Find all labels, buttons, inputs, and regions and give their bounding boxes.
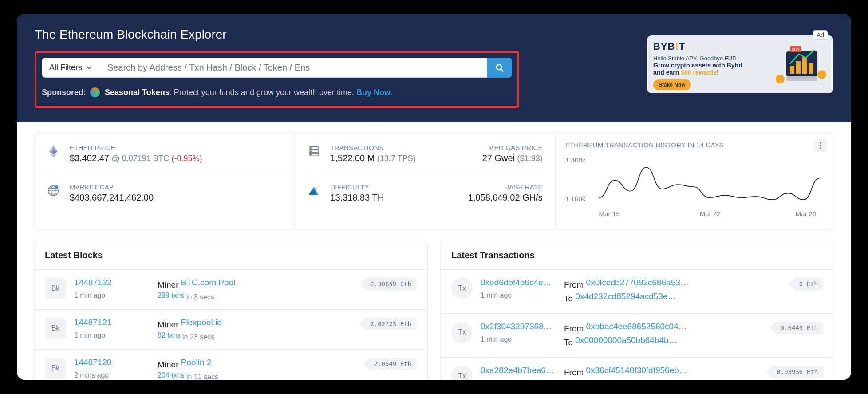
tx-icon: Tx <box>451 366 473 380</box>
ad-cta-button[interactable]: Stake Now <box>653 79 691 90</box>
svg-point-35 <box>820 147 821 149</box>
tx-from: From 0x0fccdb277092c686a53… <box>564 278 780 290</box>
chevron-down-icon <box>87 65 92 71</box>
txns-link[interactable]: 82 txns <box>158 331 181 339</box>
block-number-link[interactable]: 14487122 <box>74 278 112 288</box>
svg-text:1 300k: 1 300k <box>565 156 586 164</box>
tx-hash-link[interactable]: 0xed6dbf4b6c4e… <box>481 278 552 288</box>
block-txns: 82 txns in 23 secs <box>158 331 351 341</box>
tx-value: 0 Eth <box>794 278 823 290</box>
stat-value: $403,667,241,462.00 <box>70 193 282 203</box>
svg-point-34 <box>820 145 821 146</box>
svg-text:Mar 29: Mar 29 <box>795 210 816 217</box>
stat-chart-col: ETHEREUM TRANSACTION HISTORY IN 14 DAYS … <box>556 133 834 229</box>
filter-dropdown[interactable]: All Filters <box>42 58 99 78</box>
stat-value: 1,522.00 M (13.7 TPS) <box>330 153 482 163</box>
tx-age: 1 min ago <box>481 292 556 299</box>
tx-age: 1 min ago <box>481 379 556 380</box>
tx-icon: Tx <box>451 322 473 343</box>
tx-hash-link[interactable]: 0xa282e4b7bea6… <box>481 366 554 375</box>
search-icon <box>495 63 504 72</box>
stat-value: $3,402.47 @ 0.07191 BTC (-0.95%) <box>70 153 282 163</box>
block-reward: 2.02723 Eth <box>365 318 417 330</box>
gauge-icon <box>307 184 322 203</box>
block-reward: 2.30059 Eth <box>365 278 417 290</box>
svg-point-28 <box>311 151 312 152</box>
tx-from: From 0x36cf45140f30fdf956eb… <box>564 366 757 378</box>
ad-illustration: BUY <box>774 41 827 88</box>
svg-text:Mar 22: Mar 22 <box>699 210 720 217</box>
latest-blocks-panel: Latest Blocks Bk144871221 min agoMiner B… <box>34 241 428 380</box>
block-txns: 298 txns in 3 secs <box>158 292 351 301</box>
block-number-link[interactable]: 14487121 <box>74 318 112 327</box>
stat-value: 13,318.83 TH <box>330 193 468 203</box>
search-input[interactable] <box>99 58 487 78</box>
panels: Latest Blocks Bk144871221 min agoMiner B… <box>34 241 834 380</box>
tx-hash-link[interactable]: 0x2f3043297368… <box>481 322 552 331</box>
svg-text:BUY: BUY <box>792 47 800 51</box>
miner-link[interactable]: BTC.com Pool <box>181 278 235 288</box>
hero: The Ethereum Blockchain Explorer All Fil… <box>17 14 851 122</box>
miner-link[interactable]: Poolin 2 <box>181 358 212 367</box>
to-link[interactable]: 0x4d232cd85294acd53e… <box>575 292 676 301</box>
tx-row: Tx0x2f3043297368…1 min agoFrom 0xbbac4ee… <box>441 314 834 358</box>
chart-menu-button[interactable] <box>814 139 827 152</box>
ad-line2b: and earn $80 rewards! <box>653 69 774 76</box>
panel-title: Latest Transactions <box>441 241 834 270</box>
to-link[interactable]: 0xb43ed64690b6d4c4d0… <box>575 379 676 380</box>
stats-card: ETHER PRICE $3,402.47 @ 0.07191 BTC (-0.… <box>34 133 834 229</box>
tx-age: 1 min ago <box>481 335 556 343</box>
block-miner: Miner BTC.com Pool <box>158 278 351 290</box>
stat-label: DIFFICULTY <box>330 183 468 191</box>
svg-point-32 <box>316 188 317 189</box>
tx-value: 0.6449 Eth <box>775 322 823 334</box>
block-age: 1 min ago <box>74 292 150 299</box>
block-age: 1 min ago <box>74 331 150 339</box>
txns-link[interactable]: 204 txns <box>158 371 184 379</box>
globe-icon <box>47 184 62 203</box>
svg-text:Mar 15: Mar 15 <box>599 210 619 217</box>
txns-link[interactable]: 298 txns <box>158 292 184 299</box>
tx-icon: Tx <box>451 278 473 299</box>
block-number-link[interactable]: 14487120 <box>74 358 112 367</box>
to-link[interactable]: 0x00000000a50bb64b4b… <box>575 335 677 345</box>
chart-title: ETHEREUM TRANSACTION HISTORY IN 14 DAYS <box>565 141 824 149</box>
block-row: Bk144871211 min agoMiner Flexpool.io82 t… <box>34 310 427 350</box>
svg-line-1 <box>501 69 504 71</box>
stat-label: TRANSACTIONS <box>330 144 482 151</box>
ad-badge: Ad <box>813 30 828 40</box>
block-icon: Bk <box>45 278 66 299</box>
from-link[interactable]: 0x0fccdb277092c686a53… <box>586 278 689 288</box>
tx-to: To 0x00000000a50bb64b4b… <box>564 335 761 347</box>
sponsored-row: Sponsored: Seasonal Tokens: Protect your… <box>42 87 512 98</box>
buy-now-link[interactable]: Buy Now. <box>356 88 392 97</box>
block-miner: Miner Flexpool.io <box>158 318 351 330</box>
svg-point-7 <box>776 75 785 83</box>
stat-ether-price: ETHER PRICE $3,402.47 @ 0.07191 BTC (-0.… <box>47 144 282 163</box>
block-reward: 2.0549 Eth <box>369 358 417 370</box>
block-age: 2 mins ago <box>74 371 150 379</box>
sponsor-logo-icon <box>90 87 100 97</box>
ad-logo: BYB!T <box>653 41 774 52</box>
from-link[interactable]: 0xbbac4ee68652560c04… <box>586 322 687 331</box>
search-button[interactable] <box>487 58 512 78</box>
ad-card[interactable]: Ad BYB!T Hello Stable APY, Goodbye FUD G… <box>647 35 833 93</box>
tx-from: From 0xbbac4ee68652560c04… <box>564 322 761 334</box>
ad-line2a: Grow crypto assets with Bybit <box>653 62 774 69</box>
svg-point-0 <box>497 64 502 70</box>
filter-label: All Filters <box>49 63 82 72</box>
stat-market-cap: MARKET CAP $403,667,241,462.00 <box>47 173 282 203</box>
svg-rect-3 <box>790 66 794 74</box>
block-row: Bk144871202 mins agoMiner Poolin 2204 tx… <box>34 350 427 380</box>
stat-value: 27 Gwei ($1.93) <box>482 153 543 163</box>
stat-transactions: TRANSACTIONS 1,522.00 M (13.7 TPS) MED G… <box>307 144 542 163</box>
from-link[interactable]: 0x36cf45140f30fdf956eb… <box>586 366 687 375</box>
search-area: All Filters Sponsored: Seasonal Tokens: … <box>35 51 519 108</box>
stat-value: 1,058,649.02 GH/s <box>468 193 543 203</box>
ad-body: BYB!T Hello Stable APY, Goodbye FUD Grow… <box>653 41 774 88</box>
miner-link[interactable]: Flexpool.io <box>181 318 222 327</box>
svg-point-27 <box>311 148 312 149</box>
server-icon <box>307 145 322 163</box>
tx-value: 0.03936 Eth <box>771 366 823 378</box>
tx-row: Tx0xed6dbf4b6c4e…1 min agoFrom 0x0fccdb2… <box>441 270 834 314</box>
